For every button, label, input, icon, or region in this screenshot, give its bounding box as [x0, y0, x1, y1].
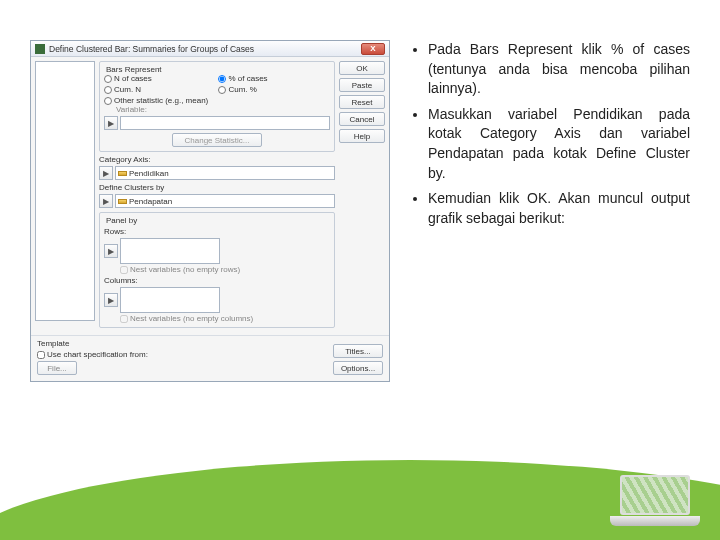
app-icon [35, 44, 45, 54]
titlebar: Define Clustered Bar: Summaries for Grou… [31, 41, 389, 57]
columns-label: Columns: [104, 276, 330, 285]
close-button[interactable]: X [361, 43, 385, 55]
footer-decoration [0, 480, 720, 540]
category-axis-label: Category Axis: [99, 155, 335, 164]
move-cols-button[interactable]: ▶ [104, 293, 118, 307]
variable-label: Variable: [116, 105, 330, 114]
reset-button[interactable]: Reset [339, 95, 385, 109]
file-button[interactable]: File... [37, 361, 77, 375]
panel-by-group: Panel by Rows: ▶ Nest variables (no empt… [99, 212, 335, 328]
laptop-icon [610, 475, 700, 530]
bullet-1: Pada Bars Represent klik % of cases (ten… [428, 40, 690, 99]
radio-label: % of cases [228, 74, 267, 83]
rows-list[interactable] [120, 238, 220, 264]
move-variable-button[interactable]: ▶ [104, 116, 118, 130]
cols-list[interactable] [120, 287, 220, 313]
radio-label: Other statistic (e.g., mean) [114, 96, 208, 105]
bullet-3: Kemudian klik OK. Akan muncul output gra… [428, 189, 690, 228]
checkbox-label: Nest variables (no empty columns) [130, 314, 253, 323]
use-chart-spec-checkbox[interactable]: Use chart specification from: [37, 350, 383, 359]
template-label: Template [37, 339, 383, 348]
ruler-icon [118, 171, 127, 176]
define-clusters-value: Pendapatan [129, 197, 172, 206]
radio-label: N of cases [114, 74, 152, 83]
bars-represent-label: Bars Represent [104, 65, 164, 74]
instructions: Pada Bars Represent klik % of cases (ten… [410, 40, 690, 382]
radio-other-stat[interactable]: Other statistic (e.g., mean) [104, 96, 330, 105]
move-rows-button[interactable]: ▶ [104, 244, 118, 258]
titles-button[interactable]: Titles... [333, 344, 383, 358]
nest-rows-checkbox[interactable]: Nest variables (no empty rows) [120, 265, 330, 274]
cancel-button[interactable]: Cancel [339, 112, 385, 126]
checkbox-label: Use chart specification from: [47, 350, 148, 359]
bars-represent-group: Bars Represent N of cases % of cases Cum… [99, 61, 335, 152]
paste-button[interactable]: Paste [339, 78, 385, 92]
radio-cum-pct[interactable]: Cum. % [218, 85, 326, 94]
radio-n-of-cases[interactable]: N of cases [104, 74, 212, 83]
category-axis-input[interactable]: Pendidikan [115, 166, 335, 180]
radio-pct-of-cases[interactable]: % of cases [218, 74, 326, 83]
options-button[interactable]: Options... [333, 361, 383, 375]
radio-label: Cum. % [228, 85, 256, 94]
panel-by-label: Panel by [104, 216, 139, 225]
rows-label: Rows: [104, 227, 330, 236]
nest-cols-checkbox[interactable]: Nest variables (no empty columns) [120, 314, 330, 323]
variable-list[interactable] [35, 61, 95, 321]
move-cluster-button[interactable]: ▶ [99, 194, 113, 208]
category-axis-value: Pendidikan [129, 169, 169, 178]
bullet-2: Masukkan variabel Pendidikan pada kotak … [428, 105, 690, 183]
radio-label: Cum. N [114, 85, 141, 94]
ruler-icon [118, 199, 127, 204]
ok-button[interactable]: OK [339, 61, 385, 75]
help-button[interactable]: Help [339, 129, 385, 143]
variable-input[interactable] [120, 116, 330, 130]
change-statistic-button[interactable]: Change Statistic... [172, 133, 262, 147]
define-clusters-input[interactable]: Pendapatan [115, 194, 335, 208]
define-clusters-label: Define Clusters by [99, 183, 335, 192]
dialog-title: Define Clustered Bar: Summaries for Grou… [49, 44, 361, 54]
move-category-button[interactable]: ▶ [99, 166, 113, 180]
spss-dialog: Define Clustered Bar: Summaries for Grou… [30, 40, 390, 382]
radio-cum-n[interactable]: Cum. N [104, 85, 212, 94]
checkbox-label: Nest variables (no empty rows) [130, 265, 240, 274]
